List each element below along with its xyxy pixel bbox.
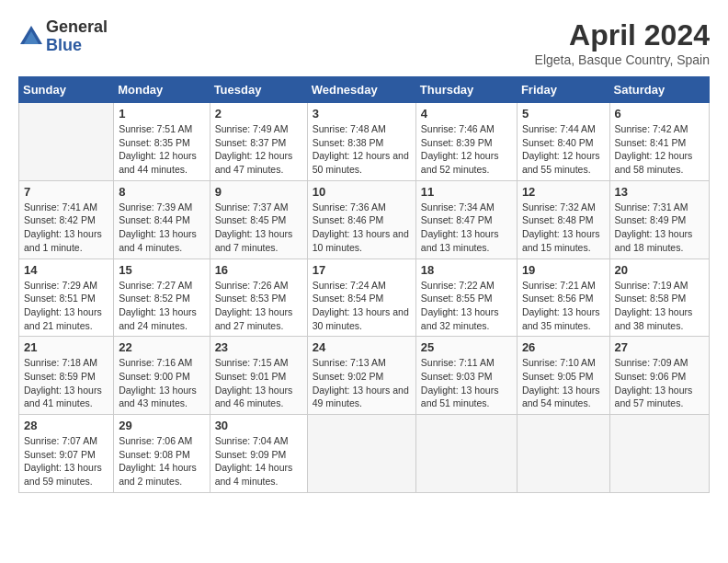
day-number: 1 <box>119 107 204 121</box>
calendar-cell: 18 Sunrise: 7:22 AMSunset: 8:55 PMDaylig… <box>415 259 517 337</box>
day-number: 9 <box>215 185 302 199</box>
calendar-cell: 25 Sunrise: 7:11 AMSunset: 9:03 PMDaylig… <box>415 337 517 415</box>
calendar-cell: 16 Sunrise: 7:26 AMSunset: 8:53 PMDaylig… <box>210 259 307 337</box>
calendar-cell: 21 Sunrise: 7:18 AMSunset: 8:59 PMDaylig… <box>19 337 114 415</box>
calendar-cell: 13 Sunrise: 7:31 AMSunset: 8:49 PMDaylig… <box>609 180 709 259</box>
column-header-saturday: Saturday <box>609 77 709 103</box>
column-header-thursday: Thursday <box>415 77 517 103</box>
day-info: Sunrise: 7:26 AMSunset: 8:53 PMDaylight:… <box>215 280 293 331</box>
day-number: 19 <box>522 263 605 277</box>
calendar-cell: 6 Sunrise: 7:42 AMSunset: 8:41 PMDayligh… <box>609 103 709 181</box>
day-number: 29 <box>119 419 204 432</box>
day-number: 26 <box>522 340 605 354</box>
day-info: Sunrise: 7:13 AMSunset: 9:02 PMDaylight:… <box>313 357 409 408</box>
day-number: 2 <box>215 107 302 121</box>
day-number: 17 <box>313 263 411 277</box>
day-info: Sunrise: 7:16 AMSunset: 9:00 PMDaylight:… <box>119 357 197 408</box>
day-info: Sunrise: 7:29 AMSunset: 8:51 PMDaylight:… <box>24 280 102 331</box>
logo-icon <box>18 24 44 50</box>
calendar-cell: 2 Sunrise: 7:49 AMSunset: 8:37 PMDayligh… <box>210 103 307 181</box>
calendar-cell: 24 Sunrise: 7:13 AMSunset: 9:02 PMDaylig… <box>307 337 415 415</box>
calendar-cell: 22 Sunrise: 7:16 AMSunset: 9:00 PMDaylig… <box>114 337 210 415</box>
day-info: Sunrise: 7:34 AMSunset: 8:47 PMDaylight:… <box>421 201 499 253</box>
day-number: 20 <box>615 263 704 277</box>
day-number: 8 <box>119 185 204 199</box>
day-number: 14 <box>24 263 108 277</box>
calendar-cell: 3 Sunrise: 7:48 AMSunset: 8:38 PMDayligh… <box>307 103 415 181</box>
subtitle: Elgeta, Basque Country, Spain <box>535 52 710 67</box>
calendar-cell: 15 Sunrise: 7:27 AMSunset: 8:52 PMDaylig… <box>114 259 210 337</box>
day-info: Sunrise: 7:06 AMSunset: 9:08 PMDaylight:… <box>119 435 197 487</box>
column-header-tuesday: Tuesday <box>210 77 307 103</box>
day-info: Sunrise: 7:46 AMSunset: 8:39 PMDaylight:… <box>421 123 499 175</box>
day-number: 7 <box>24 185 108 199</box>
calendar-cell: 23 Sunrise: 7:15 AMSunset: 9:01 PMDaylig… <box>210 337 307 415</box>
day-info: Sunrise: 7:11 AMSunset: 9:03 PMDaylight:… <box>421 357 499 408</box>
day-number: 4 <box>421 107 512 121</box>
calendar-cell: 29 Sunrise: 7:06 AMSunset: 9:08 PMDaylig… <box>114 415 210 493</box>
title-area: April 2024 Elgeta, Basque Country, Spain <box>535 18 710 67</box>
day-info: Sunrise: 7:37 AMSunset: 8:45 PMDaylight:… <box>215 201 293 253</box>
calendar-cell: 1 Sunrise: 7:51 AMSunset: 8:35 PMDayligh… <box>114 103 210 181</box>
calendar-cell <box>609 415 709 493</box>
calendar-cell: 30 Sunrise: 7:04 AMSunset: 9:09 PMDaylig… <box>210 415 307 493</box>
day-number: 30 <box>215 419 302 432</box>
column-header-wednesday: Wednesday <box>307 77 415 103</box>
calendar-cell: 4 Sunrise: 7:46 AMSunset: 8:39 PMDayligh… <box>415 103 517 181</box>
calendar-cell <box>307 415 415 493</box>
calendar-cell: 19 Sunrise: 7:21 AMSunset: 8:56 PMDaylig… <box>517 259 609 337</box>
day-number: 27 <box>615 340 704 354</box>
day-info: Sunrise: 7:18 AMSunset: 8:59 PMDaylight:… <box>24 357 102 408</box>
day-info: Sunrise: 7:39 AMSunset: 8:44 PMDaylight:… <box>119 201 197 253</box>
day-number: 18 <box>421 263 512 277</box>
calendar-cell: 26 Sunrise: 7:10 AMSunset: 9:05 PMDaylig… <box>517 337 609 415</box>
day-number: 28 <box>24 419 108 432</box>
day-info: Sunrise: 7:19 AMSunset: 8:58 PMDaylight:… <box>615 280 693 331</box>
header: General Blue April 2024 Elgeta, Basque C… <box>18 18 710 67</box>
calendar-cell: 11 Sunrise: 7:34 AMSunset: 8:47 PMDaylig… <box>415 180 517 259</box>
day-info: Sunrise: 7:15 AMSunset: 9:01 PMDaylight:… <box>215 357 293 408</box>
day-number: 23 <box>215 340 302 354</box>
calendar-cell: 5 Sunrise: 7:44 AMSunset: 8:40 PMDayligh… <box>517 103 609 181</box>
day-number: 24 <box>313 340 411 354</box>
day-number: 5 <box>522 107 605 121</box>
week-row-1: 1 Sunrise: 7:51 AMSunset: 8:35 PMDayligh… <box>19 103 710 181</box>
day-number: 21 <box>24 340 108 354</box>
calendar-cell: 7 Sunrise: 7:41 AMSunset: 8:42 PMDayligh… <box>19 180 114 259</box>
day-info: Sunrise: 7:36 AMSunset: 8:46 PMDaylight:… <box>313 201 409 253</box>
day-info: Sunrise: 7:22 AMSunset: 8:55 PMDaylight:… <box>421 280 499 331</box>
calendar-cell: 10 Sunrise: 7:36 AMSunset: 8:46 PMDaylig… <box>307 180 415 259</box>
day-info: Sunrise: 7:27 AMSunset: 8:52 PMDaylight:… <box>119 280 197 331</box>
day-info: Sunrise: 7:32 AMSunset: 8:48 PMDaylight:… <box>522 201 600 253</box>
column-header-friday: Friday <box>517 77 609 103</box>
calendar-cell: 14 Sunrise: 7:29 AMSunset: 8:51 PMDaylig… <box>19 259 114 337</box>
day-number: 11 <box>421 185 512 199</box>
calendar-cell: 28 Sunrise: 7:07 AMSunset: 9:07 PMDaylig… <box>19 415 114 493</box>
logo-blue-text: Blue <box>46 37 108 55</box>
day-number: 13 <box>615 185 704 199</box>
calendar-cell <box>517 415 609 493</box>
day-info: Sunrise: 7:24 AMSunset: 8:54 PMDaylight:… <box>313 280 409 331</box>
calendar-cell: 8 Sunrise: 7:39 AMSunset: 8:44 PMDayligh… <box>114 180 210 259</box>
calendar-cell: 12 Sunrise: 7:32 AMSunset: 8:48 PMDaylig… <box>517 180 609 259</box>
calendar-header-row: SundayMondayTuesdayWednesdayThursdayFrid… <box>19 77 710 103</box>
day-info: Sunrise: 7:44 AMSunset: 8:40 PMDaylight:… <box>522 123 600 175</box>
logo: General Blue <box>18 18 108 55</box>
day-number: 16 <box>215 263 302 277</box>
logo-general-text: General <box>46 18 108 37</box>
day-info: Sunrise: 7:42 AMSunset: 8:41 PMDaylight:… <box>615 123 693 175</box>
day-info: Sunrise: 7:51 AMSunset: 8:35 PMDaylight:… <box>119 123 197 175</box>
week-row-4: 21 Sunrise: 7:18 AMSunset: 8:59 PMDaylig… <box>19 337 710 415</box>
week-row-2: 7 Sunrise: 7:41 AMSunset: 8:42 PMDayligh… <box>19 180 710 259</box>
day-info: Sunrise: 7:04 AMSunset: 9:09 PMDaylight:… <box>215 435 293 487</box>
day-number: 6 <box>615 107 704 121</box>
day-info: Sunrise: 7:21 AMSunset: 8:56 PMDaylight:… <box>522 280 600 331</box>
column-header-monday: Monday <box>114 77 210 103</box>
day-info: Sunrise: 7:49 AMSunset: 8:37 PMDaylight:… <box>215 123 293 175</box>
calendar-cell <box>19 103 114 181</box>
main-title: April 2024 <box>535 18 710 52</box>
day-number: 25 <box>421 340 512 354</box>
calendar-cell: 27 Sunrise: 7:09 AMSunset: 9:06 PMDaylig… <box>609 337 709 415</box>
day-number: 10 <box>313 185 411 199</box>
day-number: 3 <box>313 107 411 121</box>
